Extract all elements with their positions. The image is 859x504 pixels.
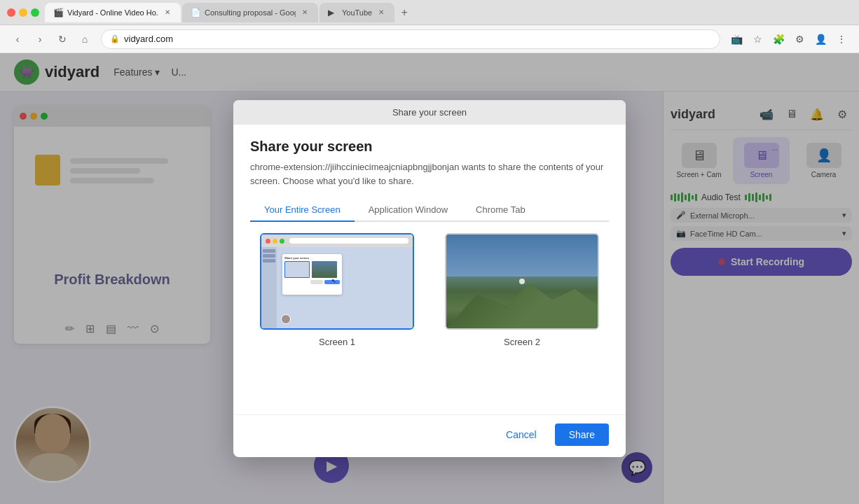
tab-youtube[interactable]: ▶ YouTube ✕ <box>319 3 394 22</box>
screen-options: Share your screen <box>250 233 609 347</box>
browser-icons: 📺 ☆ 🧩 ⚙ 👤 ⋮ <box>727 30 851 48</box>
tab-app-window[interactable]: Application Window <box>355 199 462 222</box>
screen2-label: Screen 2 <box>504 337 540 347</box>
close-button[interactable] <box>7 8 15 17</box>
url-text: vidyard.com <box>124 34 173 44</box>
tab-label-youtube: YouTube <box>342 8 372 17</box>
tab-label-consulting: Consulting proposal - Google ... <box>205 8 296 17</box>
extensions-icon[interactable]: 🧩 <box>769 30 788 48</box>
modal-titlebar-text: Share your screen <box>392 107 467 118</box>
screen2-thumbnail[interactable] <box>445 233 599 330</box>
screen2-preview <box>446 234 598 328</box>
profile-icon[interactable]: 👤 <box>811 30 830 48</box>
bookmark-icon[interactable]: ☆ <box>748 30 767 48</box>
tab-close-youtube[interactable]: ✕ <box>376 8 386 18</box>
browser-tabs: 🎬 Vidyard - Online Video Ho... ✕ 📄 Consu… <box>45 3 852 22</box>
tab-close-consulting[interactable]: ✕ <box>300 8 310 18</box>
tab-close-vidyard[interactable]: ✕ <box>163 8 172 18</box>
tab-chrome-tab-label: Chrome Tab <box>476 204 525 215</box>
new-tab-button[interactable]: + <box>396 4 413 21</box>
traffic-lights <box>7 8 39 17</box>
modal-footer: Cancel Share <box>233 414 626 457</box>
tab-entire-screen-label: Your Entire Screen <box>264 204 341 215</box>
maximize-button[interactable] <box>31 8 39 17</box>
modal-overlay: Share your screen Share your screen chro… <box>0 53 859 504</box>
settings-icon[interactable]: ⚙ <box>790 30 809 48</box>
home-button[interactable]: ⌂ <box>76 30 94 48</box>
address-bar: ‹ › ↻ ⌂ 🔒 vidyard.com 📺 ☆ 🧩 ⚙ 👤 ⋮ <box>0 25 859 53</box>
minimize-button[interactable] <box>19 8 27 17</box>
tab-chrome-tab[interactable]: Chrome Tab <box>462 199 540 222</box>
back-button[interactable]: ‹ <box>8 30 27 48</box>
tab-favicon-youtube: ▶ <box>328 8 338 18</box>
tab-entire-screen[interactable]: Your Entire Screen <box>250 199 355 222</box>
screen2-dot <box>519 279 525 284</box>
browser-window: 🎬 Vidyard - Online Video Ho... ✕ 📄 Consu… <box>0 0 859 504</box>
url-bar[interactable]: 🔒 vidyard.com <box>101 29 720 49</box>
cast-icon[interactable]: 📺 <box>727 30 745 48</box>
screen2-sky <box>446 234 598 276</box>
modal-empty-space <box>250 358 609 400</box>
tab-label-vidyard: Vidyard - Online Video Ho... <box>67 8 158 17</box>
page-content: 👾 vidyard Features ▾ U... <box>0 53 859 504</box>
screen-option-2[interactable]: Screen 2 <box>435 233 609 347</box>
screen1-preview: Share your screen <box>261 234 413 328</box>
modal-tabs: Your Entire Screen Application Window Ch… <box>250 199 609 222</box>
lock-icon: 🔒 <box>110 34 120 43</box>
screen1-label: Screen 1 <box>319 337 355 347</box>
nav-buttons: ‹ › ↻ ⌂ <box>8 30 94 48</box>
tab-favicon-vidyard: 🎬 <box>53 8 63 18</box>
modal-description: chrome-extension://jiihcciniecimeajcniap… <box>250 160 609 188</box>
share-screen-modal: Share your screen Share your screen chro… <box>233 100 626 457</box>
cancel-button[interactable]: Cancel <box>495 424 548 446</box>
modal-body: Share your screen chrome-extension://jii… <box>233 125 626 414</box>
tab-vidyard[interactable]: 🎬 Vidyard - Online Video Ho... ✕ <box>45 3 181 22</box>
modal-title: Share your screen <box>250 139 609 155</box>
browser-titlebar: 🎬 Vidyard - Online Video Ho... ✕ 📄 Consu… <box>0 0 859 25</box>
tab-app-window-label: Application Window <box>369 204 448 215</box>
screen-option-1[interactable]: Share your screen <box>250 233 424 347</box>
forward-button[interactable]: › <box>31 30 49 48</box>
reload-button[interactable]: ↻ <box>53 30 71 48</box>
tab-consulting[interactable]: 📄 Consulting proposal - Google ... ✕ <box>182 3 318 22</box>
screen1-thumbnail[interactable]: Share your screen <box>260 233 414 330</box>
menu-icon[interactable]: ⋮ <box>832 30 851 48</box>
tab-favicon-consulting: 📄 <box>191 8 200 18</box>
modal-titlebar: Share your screen <box>233 100 626 125</box>
share-button[interactable]: Share <box>555 424 609 446</box>
